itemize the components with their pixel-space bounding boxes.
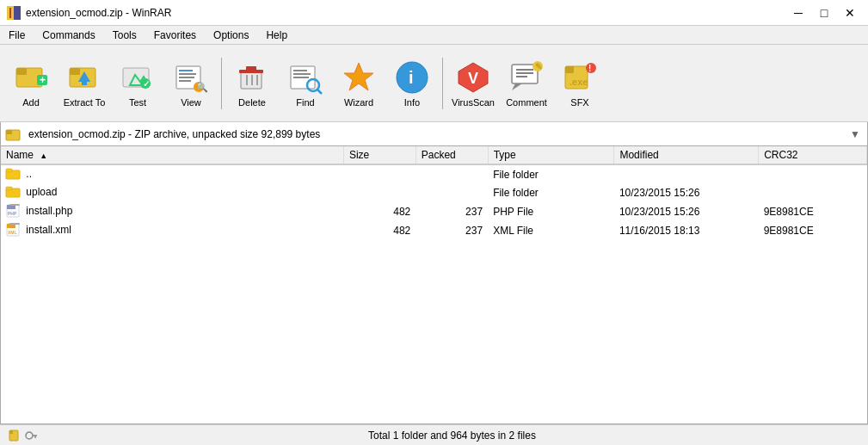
svg-rect-71 bbox=[9, 430, 13, 434]
file-modified bbox=[614, 164, 759, 183]
column-size[interactable]: Size bbox=[343, 146, 416, 164]
toolbar: + Add Extract To ✓ Test bbox=[0, 45, 868, 122]
svg-text:✓: ✓ bbox=[143, 79, 150, 89]
svg-rect-68 bbox=[9, 223, 20, 225]
svg-text:!: ! bbox=[588, 64, 591, 73]
delete-button[interactable]: Delete bbox=[226, 50, 278, 117]
file-list: Name ▲ Size Packed Type Modified CRC32 bbox=[1, 146, 867, 240]
status-archive-icon bbox=[9, 429, 22, 442]
status-key-icon bbox=[24, 429, 38, 442]
extract-to-button[interactable]: Extract To bbox=[58, 50, 110, 117]
view-label: View bbox=[181, 97, 201, 108]
menu-item-favorites[interactable]: Favorites bbox=[145, 26, 205, 44]
address-bar-icon bbox=[4, 126, 22, 143]
svg-rect-28 bbox=[293, 70, 307, 71]
file-crc32: 9E8981CE bbox=[759, 202, 867, 221]
file-list-container: Name ▲ Size Packed Type Modified CRC32 bbox=[0, 146, 868, 424]
find-button[interactable]: Find bbox=[280, 50, 331, 117]
menu-item-commands[interactable]: Commands bbox=[34, 26, 103, 44]
column-name[interactable]: Name ▲ bbox=[1, 146, 343, 164]
status-bar: Total 1 folder and 964 bytes in 2 files bbox=[0, 424, 868, 445]
file-packed bbox=[416, 164, 488, 183]
comment-button[interactable]: ✎ Comment bbox=[501, 50, 552, 117]
info-button[interactable]: i Info bbox=[386, 50, 438, 117]
file-modified: 10/23/2015 15:26 bbox=[614, 183, 759, 202]
extract-to-label: Extract To bbox=[64, 97, 106, 108]
menu-item-help[interactable]: Help bbox=[257, 26, 296, 44]
wizard-label: Wizard bbox=[344, 97, 373, 108]
file-type: File folder bbox=[488, 164, 614, 183]
file-list-body: .. File folder upload File folder 10/23/… bbox=[1, 164, 867, 240]
title-bar: extension_ocmod.zip - WinRAR ─ □ ✕ bbox=[0, 0, 868, 26]
svg-rect-15 bbox=[179, 70, 193, 71]
add-button[interactable]: + Add bbox=[5, 50, 57, 117]
menu-bar: FileCommandsToolsFavoritesOptionsHelp bbox=[0, 26, 868, 45]
file-name: upload bbox=[1, 183, 343, 202]
svg-rect-10 bbox=[82, 82, 87, 85]
delete-label: Delete bbox=[238, 97, 266, 108]
svg-text:XML: XML bbox=[8, 230, 17, 235]
svg-marker-39 bbox=[512, 83, 522, 90]
virusscan-label: VirusScan bbox=[452, 97, 495, 108]
maximize-button[interactable]: □ bbox=[813, 2, 835, 24]
find-label: Find bbox=[296, 97, 314, 108]
file-size: 482 bbox=[343, 221, 416, 240]
file-packed: 237 bbox=[416, 202, 488, 221]
svg-rect-17 bbox=[179, 77, 194, 78]
php-icon: PHP bbox=[6, 204, 20, 218]
test-label: Test bbox=[129, 97, 146, 108]
view-icon: 🔍 bbox=[173, 59, 209, 96]
svg-rect-16 bbox=[179, 73, 196, 75]
file-packed bbox=[416, 183, 488, 202]
column-packed[interactable]: Packed bbox=[416, 146, 488, 164]
svg-rect-30 bbox=[293, 77, 309, 78]
test-icon: ✓ bbox=[120, 59, 156, 96]
sfx-button[interactable]: ! .exe SFX bbox=[554, 50, 606, 117]
svg-rect-4 bbox=[16, 68, 27, 75]
sfx-label: SFX bbox=[570, 97, 588, 108]
table-row[interactable]: XML install.xml 482 237 XML File 11/16/2… bbox=[1, 221, 867, 240]
add-label: Add bbox=[22, 97, 40, 108]
extract-to-icon bbox=[66, 59, 102, 96]
address-dropdown-button[interactable]: ▼ bbox=[846, 128, 864, 140]
table-row[interactable]: PHP install.php 482 237 PHP File 10/23/2… bbox=[1, 202, 867, 221]
table-row[interactable]: upload File folder 10/23/2015 15:26 bbox=[1, 183, 867, 202]
virusscan-button[interactable]: V VirusScan bbox=[447, 50, 499, 117]
test-button[interactable]: ✓ Test bbox=[112, 50, 163, 117]
close-button[interactable]: ✕ bbox=[839, 2, 861, 24]
svg-rect-8 bbox=[70, 68, 80, 75]
svg-rect-56 bbox=[6, 169, 12, 172]
table-row[interactable]: .. File folder bbox=[1, 164, 867, 183]
minimize-button[interactable]: ─ bbox=[787, 2, 810, 24]
xml-icon: XML bbox=[6, 223, 20, 237]
svg-point-72 bbox=[26, 432, 33, 439]
svg-rect-18 bbox=[179, 80, 191, 82]
info-icon: i bbox=[394, 59, 430, 96]
view-button[interactable]: 🔍 View bbox=[165, 50, 217, 117]
status-text: Total 1 folder and 964 bytes in 2 files bbox=[45, 430, 859, 442]
svg-text:✎: ✎ bbox=[535, 62, 542, 71]
svg-text:.exe: .exe bbox=[569, 77, 588, 87]
svg-rect-23 bbox=[246, 66, 256, 71]
menu-item-file[interactable]: File bbox=[0, 26, 34, 44]
file-crc32 bbox=[759, 164, 867, 183]
info-label: Info bbox=[404, 97, 420, 108]
column-type[interactable]: Type bbox=[488, 146, 614, 164]
wizard-button[interactable]: Wizard bbox=[333, 50, 385, 117]
name-sort-arrow: ▲ bbox=[40, 151, 47, 160]
column-crc32[interactable]: CRC32 bbox=[759, 146, 867, 164]
file-crc32: 9E8981CE bbox=[759, 221, 867, 240]
folder-icon bbox=[6, 185, 20, 197]
folder-icon bbox=[6, 167, 20, 179]
title-controls: ─ □ ✕ bbox=[787, 2, 861, 24]
menu-item-tools[interactable]: Tools bbox=[104, 26, 145, 44]
toolbar-separator-2 bbox=[442, 58, 443, 109]
winrar-icon bbox=[7, 6, 21, 20]
title-bar-left: extension_ocmod.zip - WinRAR bbox=[7, 6, 171, 20]
svg-text:🔍: 🔍 bbox=[196, 81, 208, 93]
svg-text:V: V bbox=[468, 70, 478, 87]
svg-rect-2 bbox=[9, 8, 11, 18]
menu-item-options[interactable]: Options bbox=[205, 26, 257, 44]
column-modified[interactable]: Modified bbox=[614, 146, 759, 164]
svg-rect-61 bbox=[6, 187, 12, 190]
